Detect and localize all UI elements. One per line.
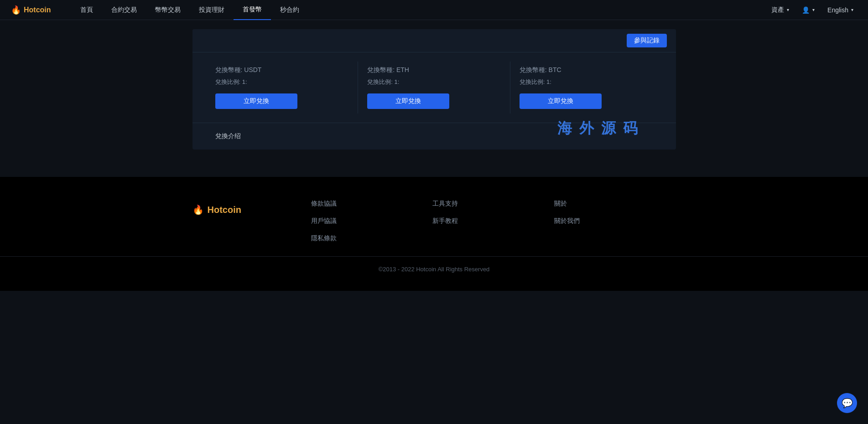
footer-col-3: 關於 關於我們 — [554, 200, 676, 243]
watermark-text: 海 外 源 码 — [557, 119, 639, 139]
language-dropdown[interactable]: English ▾ — [824, 6, 857, 14]
footer-copyright: ©2013 - 2022 Hotcoin All Rights Reserved — [0, 256, 868, 282]
main-content: 參與記錄 兌換幣種: USDT 兌換比例: 1: 立即兌換 兌換幣種: ETH … — [0, 20, 868, 177]
footer-flame-icon: 🔥 — [192, 204, 204, 215]
ratio-label-btc: 兌換比例: 1: — [520, 78, 653, 86]
ratio-label-usdt: 兌換比例: 1: — [215, 78, 349, 86]
nav-ido[interactable]: 首發幣 — [234, 0, 271, 20]
currency-label-eth: 兌換幣種: ETH — [367, 66, 501, 74]
logo-text: Hotcoin — [24, 6, 51, 14]
exchange-card-eth: 兌換幣種: ETH 兌換比例: 1: 立即兌換 — [358, 62, 510, 114]
exchange-card-usdt: 兌換幣種: USDT 兌換比例: 1: 立即兌換 — [206, 62, 358, 114]
footer-inner: 🔥 Hotcoin 條款協議 用戶協議 隱私條款 工具支持 新手教程 關於 關於… — [192, 200, 676, 243]
footer-link-privacy[interactable]: 隱私條款 — [311, 234, 433, 243]
flame-icon: 🔥 — [11, 5, 21, 15]
user-dropdown[interactable]: 👤 ▾ — [798, 6, 818, 14]
user-chevron-icon: ▾ — [812, 7, 815, 12]
content-panel: 參與記錄 兌換幣種: USDT 兌換比例: 1: 立即兌換 兌換幣種: ETH … — [192, 29, 676, 150]
assets-dropdown[interactable]: 資產 ▾ — [768, 6, 793, 14]
navbar: 🔥 Hotcoin 首頁 合約交易 幣幣交易 投資理財 首發幣 秒合約 資產 ▾… — [0, 0, 868, 20]
assets-chevron-icon: ▾ — [787, 7, 789, 12]
currency-label-usdt: 兌換幣種: USDT — [215, 66, 349, 74]
lang-chevron-icon: ▾ — [851, 7, 853, 12]
footer-link-about[interactable]: 關於 — [554, 200, 676, 208]
nav-second-futures[interactable]: 秒合約 — [271, 0, 308, 20]
footer-link-terms[interactable]: 條款協議 — [311, 200, 433, 208]
exchange-btn-eth[interactable]: 立即兌換 — [367, 93, 449, 109]
footer-col-1: 條款協議 用戶協議 隱私條款 — [311, 200, 433, 243]
nav-spot[interactable]: 幣幣交易 — [146, 0, 190, 20]
top-bar: 參與記錄 — [192, 29, 676, 52]
footer-link-about-us[interactable]: 關於我們 — [554, 217, 676, 225]
footer-logo-text: Hotcoin — [208, 205, 241, 215]
nav-right: 資產 ▾ 👤 ▾ English ▾ — [768, 6, 857, 14]
footer-link-user-agreement[interactable]: 用戶協議 — [311, 217, 433, 225]
nav-items: 首頁 合約交易 幣幣交易 投資理財 首發幣 秒合約 — [71, 0, 768, 20]
footer-links: 條款協議 用戶協議 隱私條款 工具支持 新手教程 關於 關於我們 — [311, 200, 676, 243]
ratio-label-eth: 兌換比例: 1: — [367, 78, 501, 86]
exchange-card-btc: 兌換幣種: BTC 兌換比例: 1: 立即兌換 — [510, 62, 662, 114]
nav-home[interactable]: 首頁 — [71, 0, 102, 20]
currency-label-btc: 兌換幣種: BTC — [520, 66, 653, 74]
footer-link-tutorial[interactable]: 新手教程 — [432, 217, 554, 225]
footer-logo[interactable]: 🔥 Hotcoin — [192, 204, 241, 215]
participate-btn[interactable]: 參與記錄 — [627, 34, 667, 47]
nav-futures[interactable]: 合約交易 — [102, 0, 146, 20]
footer-link-tools[interactable]: 工具支持 — [432, 200, 554, 208]
exchange-intro: 兌換介绍 海 外 源 码 — [192, 123, 676, 150]
user-icon: 👤 — [802, 6, 810, 14]
exchange-btn-usdt[interactable]: 立即兌換 — [215, 93, 297, 109]
footer-logo-col: 🔥 Hotcoin — [192, 200, 311, 243]
logo[interactable]: 🔥 Hotcoin — [11, 5, 57, 15]
card-row: 兌換幣種: USDT 兌換比例: 1: 立即兌換 兌換幣種: ETH 兌換比例:… — [192, 52, 676, 123]
intro-label: 兌換介绍 — [215, 132, 241, 140]
footer-col-2: 工具支持 新手教程 — [432, 200, 554, 243]
exchange-btn-btc[interactable]: 立即兌換 — [520, 93, 602, 109]
footer: 🔥 Hotcoin 條款協議 用戶協議 隱私條款 工具支持 新手教程 關於 關於… — [0, 177, 868, 291]
nav-invest[interactable]: 投資理財 — [190, 0, 234, 20]
